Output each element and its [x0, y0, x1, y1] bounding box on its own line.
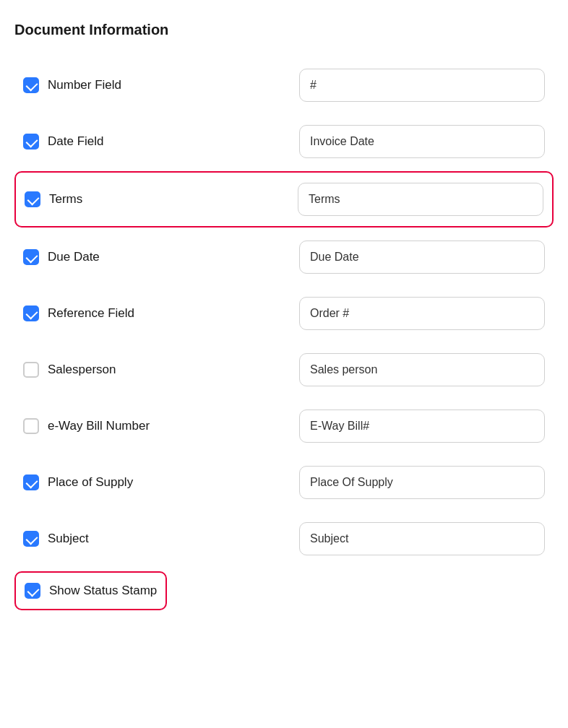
- checkbox-date-field[interactable]: [23, 134, 39, 150]
- input-subject[interactable]: [299, 522, 545, 555]
- checkbox-number-field[interactable]: [23, 77, 39, 93]
- checkbox-label-due-date[interactable]: Due Date: [23, 249, 299, 265]
- checkbox-eway-bill[interactable]: [23, 418, 39, 434]
- field-row-reference-field: Reference Field: [14, 287, 554, 340]
- input-due-date[interactable]: [299, 240, 545, 274]
- label-text-place-of-supply: Place of Supply: [48, 475, 133, 490]
- field-row-salesperson: Salesperson: [14, 343, 554, 396]
- label-text-subject: Subject: [48, 532, 89, 546]
- checkbox-terms[interactable]: [25, 191, 40, 207]
- checkbox-label-number-field[interactable]: Number Field: [23, 77, 299, 93]
- checkbox-label-terms[interactable]: Terms: [25, 191, 298, 207]
- page-title: Document Information: [14, 22, 554, 38]
- label-text-reference-field: Reference Field: [48, 306, 134, 321]
- field-row-date-field: Date Field: [14, 115, 554, 168]
- field-row-place-of-supply: Place of Supply: [14, 456, 554, 509]
- label-text-eway-bill: e-Way Bill Number: [48, 419, 150, 433]
- show-status-stamp-text: Show Status Stamp: [49, 584, 157, 598]
- checkbox-place-of-supply[interactable]: [23, 474, 39, 490]
- input-eway-bill[interactable]: [299, 410, 545, 443]
- input-salesperson[interactable]: [299, 353, 545, 386]
- label-text-due-date: Due Date: [48, 250, 100, 264]
- field-row-subject: Subject: [14, 512, 554, 566]
- checkbox-label-eway-bill[interactable]: e-Way Bill Number: [23, 418, 299, 434]
- field-row-eway-bill: e-Way Bill Number: [14, 399, 554, 453]
- field-row-due-date: Due Date: [14, 230, 554, 284]
- input-place-of-supply[interactable]: [299, 466, 545, 499]
- input-number-field[interactable]: [299, 69, 545, 102]
- label-text-terms: Terms: [49, 192, 82, 207]
- checkbox-salesperson[interactable]: [23, 362, 39, 378]
- checkbox-label-date-field[interactable]: Date Field: [23, 134, 299, 150]
- checkbox-subject[interactable]: [23, 531, 39, 547]
- checkbox-label-reference-field[interactable]: Reference Field: [23, 306, 299, 321]
- input-reference-field[interactable]: [299, 297, 545, 330]
- checkbox-reference-field[interactable]: [23, 306, 39, 321]
- label-text-salesperson: Salesperson: [48, 363, 116, 377]
- field-row-terms: Terms: [14, 171, 554, 228]
- input-terms[interactable]: [298, 183, 543, 216]
- checkbox-due-date[interactable]: [23, 249, 39, 265]
- field-row-number-field: Number Field: [14, 58, 554, 112]
- label-text-date-field: Date Field: [48, 134, 103, 149]
- input-date-field[interactable]: [299, 125, 545, 158]
- checkbox-label-subject[interactable]: Subject: [23, 531, 299, 547]
- show-status-stamp-row: Show Status Stamp: [14, 571, 167, 610]
- fields-container: Number FieldDate FieldTermsDue DateRefer…: [14, 58, 554, 566]
- label-text-number-field: Number Field: [48, 78, 121, 92]
- checkbox-label-salesperson[interactable]: Salesperson: [23, 362, 299, 378]
- checkbox-label-place-of-supply[interactable]: Place of Supply: [23, 474, 299, 490]
- show-status-stamp-checkbox[interactable]: [25, 583, 40, 599]
- show-status-stamp-label[interactable]: Show Status Stamp: [25, 583, 157, 599]
